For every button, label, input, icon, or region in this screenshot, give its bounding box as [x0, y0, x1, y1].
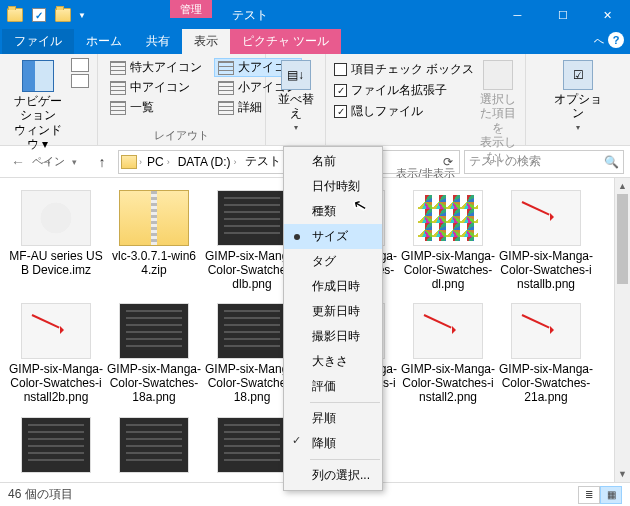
layout-list[interactable]: 一覧: [106, 98, 206, 117]
view-icons-toggle[interactable]: ▦: [600, 486, 622, 504]
file-thumbnail: [217, 417, 287, 473]
navigation-pane-button[interactable]: ナビゲーション ウィンドウ ▾: [8, 58, 67, 152]
qat-new-folder[interactable]: [52, 4, 74, 26]
file-thumbnail: [21, 417, 91, 473]
file-item[interactable]: [8, 417, 104, 477]
title-bar: ✓ ▼ 管理 テスト ─ ☐ ✕: [0, 0, 630, 30]
tab-file[interactable]: ファイル: [2, 29, 74, 54]
file-item[interactable]: GIMP-six-Manga-Color-Swatches-dl.png: [400, 190, 496, 291]
file-thumbnail: [119, 417, 189, 473]
sort-created[interactable]: 作成日時: [284, 274, 382, 299]
sort-rating[interactable]: 評価: [284, 374, 382, 399]
file-item[interactable]: [106, 417, 202, 477]
sort-size[interactable]: サイズ: [284, 224, 382, 249]
vertical-scrollbar[interactable]: ▲ ▼: [614, 178, 630, 482]
search-box[interactable]: テストの検索 🔍: [464, 150, 624, 174]
hide-selected-icon: [483, 60, 513, 90]
navigation-pane-icon: [22, 60, 54, 92]
file-item[interactable]: GIMP-six-Manga-Color-Swatches-18a.png: [106, 303, 202, 404]
close-button[interactable]: ✕: [585, 0, 630, 30]
back-button[interactable]: ←: [6, 150, 30, 174]
qat-properties[interactable]: ✓: [28, 4, 50, 26]
qat-customize[interactable]: ▼: [78, 11, 86, 20]
up-button[interactable]: ↑: [90, 150, 114, 174]
file-item[interactable]: GIMP-six-Manga-Color-Swatches-21a.png: [498, 303, 594, 404]
file-item[interactable]: vlc-3.0.7.1-win64.zip: [106, 190, 202, 291]
layout-medium[interactable]: 中アイコン: [106, 78, 206, 97]
search-placeholder: テストの検索: [469, 153, 541, 170]
options-icon: ☑: [563, 60, 593, 90]
sort-ascending[interactable]: 昇順: [284, 406, 382, 431]
file-label: MF-AU series USB Device.imz: [9, 250, 103, 278]
file-label: GIMP-six-Manga-Color-Swatches-install2b.…: [9, 363, 103, 404]
file-thumbnail: [21, 190, 91, 246]
sort-descending[interactable]: ✓降順: [284, 431, 382, 456]
file-thumbnail: [217, 190, 287, 246]
file-label: GIMP-six-Manga-Color-Swatches-18a.png: [107, 363, 201, 404]
search-icon: 🔍: [604, 155, 619, 169]
sort-date[interactable]: 日付時刻: [284, 174, 382, 199]
context-tab-manage: 管理: [170, 0, 212, 18]
sort-menu: 名前 日付時刻 種類 サイズ タグ 作成日時 更新日時 撮影日時 大きさ 評価 …: [283, 146, 383, 491]
file-thumbnail: [119, 303, 189, 359]
window-title: テスト: [232, 7, 268, 24]
file-item[interactable]: MF-AU series USB Device.imz: [8, 190, 104, 291]
recent-locations[interactable]: ▾: [62, 150, 86, 174]
file-item[interactable]: GIMP-six-Manga-Color-Swatches-install2b.…: [8, 303, 104, 404]
sort-icon: ▤↓: [281, 60, 311, 90]
scroll-up[interactable]: ▲: [615, 178, 630, 194]
minimize-button[interactable]: ─: [495, 0, 540, 30]
sort-dimensions[interactable]: 大きさ: [284, 349, 382, 374]
crumb-folder[interactable]: テスト: [242, 153, 284, 170]
item-count: 46 個の項目: [8, 486, 73, 503]
file-label: GIMP-six-Manga-Color-Swatches-installb.p…: [499, 250, 593, 291]
view-details-toggle[interactable]: ≣: [578, 486, 600, 504]
check-item-checkboxes[interactable]: 項目チェック ボックス: [334, 60, 474, 79]
file-thumbnail: [413, 303, 483, 359]
scroll-down[interactable]: ▼: [615, 466, 630, 482]
file-label: GIMP-six-Manga-Color-Swatches-dl.png: [401, 250, 495, 291]
hide-selected-button: 選択した項目を 表示しない: [478, 58, 517, 164]
scroll-thumb[interactable]: [617, 194, 628, 284]
file-label: GIMP-six-Manga-Color-Swatches-21a.png: [499, 363, 593, 404]
file-thumbnail: [413, 190, 483, 246]
sort-choose-columns[interactable]: 列の選択...: [284, 463, 382, 488]
file-thumbnail: [511, 190, 581, 246]
tab-picture-tools[interactable]: ピクチャ ツール: [230, 29, 341, 54]
file-item[interactable]: GIMP-six-Manga-Color-Swatches-install2.p…: [400, 303, 496, 404]
options-button[interactable]: ☑ オプション ▾: [553, 58, 603, 132]
group-label-layout: レイアウト: [106, 126, 257, 143]
address-folder-icon: [121, 155, 137, 169]
ribbon-collapse[interactable]: へ: [594, 34, 604, 48]
file-thumbnail: [21, 303, 91, 359]
file-thumbnail: [119, 190, 189, 246]
refresh-button[interactable]: ⟳: [439, 155, 457, 169]
file-label: GIMP-six-Manga-Color-Swatches-install2.p…: [401, 363, 495, 404]
sort-modified[interactable]: 更新日時: [284, 299, 382, 324]
tab-share[interactable]: 共有: [134, 29, 182, 54]
sort-taken[interactable]: 撮影日時: [284, 324, 382, 349]
crumb-pc[interactable]: PC›: [144, 155, 173, 169]
layout-extra-large[interactable]: 特大アイコン: [106, 58, 206, 77]
maximize-button[interactable]: ☐: [540, 0, 585, 30]
file-thumbnail: [217, 303, 287, 359]
ribbon-tabs: ファイル ホーム 共有 表示 ピクチャ ツール へ ?: [0, 30, 630, 54]
help-button[interactable]: ?: [608, 32, 624, 48]
pane-small-buttons[interactable]: [71, 58, 89, 88]
file-item[interactable]: GIMP-six-Manga-Color-Swatches-installb.p…: [498, 190, 594, 291]
sort-tag[interactable]: タグ: [284, 249, 382, 274]
crumb-drive[interactable]: DATA (D:)›: [175, 155, 240, 169]
file-label: vlc-3.0.7.1-win64.zip: [107, 250, 201, 278]
file-thumbnail: [511, 303, 581, 359]
sort-button[interactable]: ▤↓ 並べ替え ▾: [274, 58, 317, 132]
folder-icon: [4, 4, 26, 26]
tab-home[interactable]: ホーム: [74, 29, 134, 54]
check-hidden-files[interactable]: ✓隠しファイル: [334, 102, 474, 121]
check-file-extensions[interactable]: ✓ファイル名拡張子: [334, 81, 474, 100]
forward-button[interactable]: →: [34, 150, 58, 174]
ribbon: ナビゲーション ウィンドウ ▾ ペイン 特大アイコン 大アイコン 中アイコン 小…: [0, 54, 630, 146]
tab-view[interactable]: 表示: [182, 29, 230, 54]
sort-name[interactable]: 名前: [284, 149, 382, 174]
